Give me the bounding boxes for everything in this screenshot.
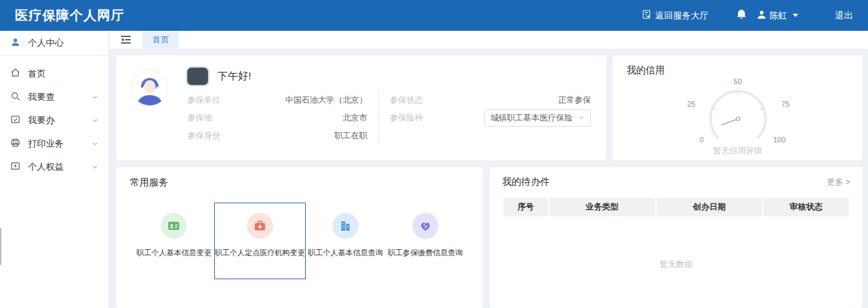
profile-card: 下午好! 参保单位 中国石油大学（北京） 参保地 北京市 — [116, 55, 606, 160]
folder-plus-icon — [10, 161, 21, 173]
field-insured-unit: 参保单位 中国石油大学（北京） — [187, 91, 367, 109]
bell-icon — [736, 9, 747, 22]
sidebar-item-query[interactable]: 我要查 — [0, 86, 109, 109]
column-header-type: 业务类型 — [549, 198, 655, 216]
column-header-date: 创办日期 — [657, 198, 763, 216]
field-label: 参保地 — [187, 112, 212, 124]
logout-button[interactable]: 退出 — [835, 10, 853, 22]
left-edge-scrollbar — [0, 228, 1, 265]
sidebar-item-home[interactable]: 首页 — [0, 62, 109, 86]
sidebar-item-personal-center[interactable]: 个人中心 — [0, 31, 109, 55]
service-label: 职工个人基本信息查询 — [308, 248, 383, 258]
greeting-text: 下午好! — [218, 70, 251, 83]
top-bar-right: 返回服务大厅 陈虹 退出 — [642, 9, 853, 22]
todos-empty-text: 暂无数据 — [502, 259, 850, 270]
more-link[interactable]: 更多 > — [827, 177, 850, 188]
notifications-button[interactable] — [736, 9, 747, 22]
folder-check-icon — [10, 114, 21, 127]
services-title: 常用服务 — [130, 177, 469, 189]
sidebar-item-label: 个人中心 — [28, 37, 64, 49]
document-exit-icon — [642, 10, 651, 21]
buildings-icon — [332, 213, 358, 239]
sidebar: 个人中心 首页 我要查 我要办 — [0, 31, 109, 308]
chevron-down-icon — [92, 94, 98, 101]
first-aid-kit-icon — [247, 213, 273, 239]
chevron-down-icon — [578, 114, 585, 121]
top-bar: 医疗保障个人网厅 返回服务大厅 陈虹 退出 — [0, 0, 868, 31]
credit-gauge: 0 25 50 75 100 — [670, 78, 806, 141]
logout-label: 退出 — [835, 10, 853, 22]
sidebar-item-label: 我要办 — [28, 114, 55, 127]
user-icon — [757, 10, 767, 22]
username: 陈虹 — [770, 10, 787, 22]
column-header-status: 审核状态 — [763, 198, 849, 216]
credit-card: 我的信用 0 25 — [613, 55, 863, 160]
field-label: 参保单位 — [187, 94, 220, 106]
field-value: 正常参保 — [558, 94, 591, 106]
sidebar-item-rights[interactable]: 个人权益 — [0, 155, 109, 179]
gauge-tick-100: 100 — [773, 136, 785, 144]
service-item-medical-org-change[interactable]: 职工个人定点医疗机构变更 — [214, 203, 306, 279]
field-insured-place: 参保地 北京市 — [187, 109, 367, 127]
home-icon — [10, 68, 21, 80]
app-title: 医疗保障个人网厅 — [15, 7, 124, 25]
return-hall-button[interactable]: 返回服务大厅 — [642, 10, 709, 22]
chevron-down-icon — [92, 164, 98, 170]
gauge-tick-50: 50 — [733, 77, 741, 86]
id-card-icon — [161, 213, 187, 239]
service-item-basic-info-query[interactable]: 职工个人基本信息查询 — [306, 203, 386, 279]
field-value: 北京市 — [343, 112, 367, 124]
gauge-chart — [670, 78, 806, 141]
search-icon — [10, 91, 21, 103]
field-label: 参保身份 — [187, 130, 220, 142]
select-value: 城镇职工基本医疗保险 — [490, 112, 573, 124]
sidebar-item-label: 我要查 — [28, 91, 55, 103]
tab-bar: 首页 — [109, 31, 868, 49]
todos-title: 我的待办件 — [502, 176, 550, 188]
user-menu[interactable]: 陈虹 — [757, 10, 798, 22]
field-label: 参保险种 — [390, 112, 423, 124]
chevron-down-icon — [92, 140, 98, 147]
todos-table: 序号 业务类型 创办日期 审核状态 — [502, 198, 850, 216]
field-insured-status: 参保状态 正常参保 — [390, 91, 591, 109]
collapse-sidebar-icon[interactable] — [115, 31, 137, 49]
gauge-tick-0: 0 — [700, 136, 704, 144]
chevron-down-icon — [92, 117, 98, 124]
username-redacted-blob — [187, 68, 208, 85]
sidebar-item-label: 首页 — [28, 68, 46, 80]
field-insurance-type: 参保险种 城镇职工基本医疗保险 — [390, 109, 591, 127]
service-label: 职工个人定点医疗机构变更 — [215, 248, 305, 258]
sidebar-item-print[interactable]: 打印业务 — [0, 132, 109, 155]
sidebar-item-label: 个人权益 — [28, 161, 64, 173]
sidebar-item-label: 打印业务 — [28, 138, 64, 150]
service-item-basic-info-change[interactable]: 职工个人基本信息变更 — [134, 203, 214, 279]
gauge-tick-75: 75 — [781, 100, 789, 108]
credit-title: 我的信用 — [627, 64, 849, 77]
service-label: 职工参保缴费信息查询 — [388, 248, 463, 258]
gauge-tick-25: 25 — [687, 100, 696, 108]
field-value: 中国石油大学（北京） — [285, 94, 367, 106]
field-label: 参保状态 — [390, 94, 423, 106]
sidebar-item-handle[interactable]: 我要办 — [0, 109, 109, 132]
insurance-type-select[interactable]: 城镇职工基本医疗保险 — [484, 110, 591, 127]
field-value: 职工在职 — [334, 130, 367, 142]
heart-check-icon — [412, 213, 438, 239]
service-label: 职工个人基本信息变更 — [136, 248, 211, 258]
printer-icon — [10, 138, 21, 150]
person-icon — [10, 37, 21, 49]
tab-home[interactable]: 首页 — [142, 31, 179, 49]
avatar — [131, 69, 168, 106]
todos-card: 我的待办件 更多 > 序号 业务类型 创办日期 审核状态 — [490, 167, 863, 308]
credit-empty-text: 暂无信用评级 — [627, 145, 849, 157]
column-header-no: 序号 — [503, 198, 548, 216]
chevron-down-icon — [793, 14, 798, 17]
services-card: 常用服务 职工个人基本信息变更 职工个人定点医疗机构变更 — [116, 167, 483, 308]
service-item-payment-info-query[interactable]: 职工参保缴费信息查询 — [385, 203, 465, 279]
return-hall-label: 返回服务大厅 — [655, 10, 709, 22]
field-insured-identity: 参保身份 职工在职 — [187, 127, 367, 144]
